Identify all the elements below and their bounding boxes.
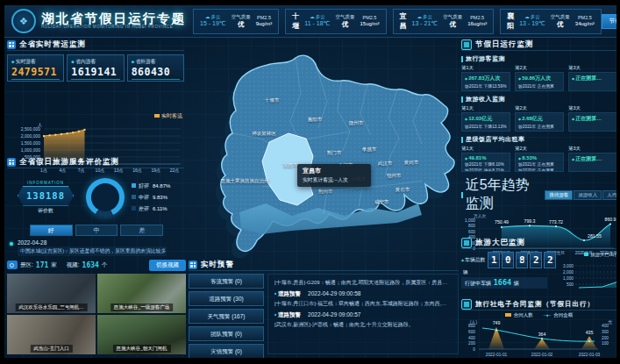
video-count: 1634 xyxy=(82,261,99,269)
warning-category-button[interactable]: 道路预警 (30) xyxy=(189,291,264,306)
stat-label: 省外游客 xyxy=(132,58,180,66)
page-subtitle: HOLIDAY OPERATION MONITORING IN HUBEI PR… xyxy=(41,25,186,30)
scenic-count: 171 xyxy=(36,261,48,269)
svg-text:0: 0 xyxy=(473,347,475,352)
warning-category-button[interactable]: 客流预警 (0) xyxy=(189,274,264,289)
section-label: 近5年趋势监测 xyxy=(466,176,543,213)
camera-icon xyxy=(7,261,18,269)
flip-digit: 1 xyxy=(488,252,500,268)
aqi-value: 优 xyxy=(342,20,349,28)
nav-button[interactable]: 节假日专题 xyxy=(602,14,616,29)
warning-category-button[interactable]: 灾情预警 (0) xyxy=(189,344,264,359)
svg-text:749: 749 xyxy=(493,320,501,325)
warning-text: [十堰市,丹江口市]-福三线：双向畅通；西向东,车城路附近路段；东向西,大浪沟桥… xyxy=(274,300,452,308)
weather-temp: 13 - 21℃ xyxy=(412,20,438,28)
bus-chart-block: 旅游大巴出行数量趋势 3,000 2,000 1,000 500 xyxy=(554,252,620,296)
contract-legend: 合同人数合同金额 xyxy=(461,312,616,318)
province-map[interactable]: 十堰市襄阳市随州市神农架林区荆门市孝感市宜昌市天门市武汉市黄冈市仙桃市鄂州市荆州… xyxy=(187,40,459,258)
x-axis-ticks: 2022-01-01 2022-01-02 2022-01-03 xyxy=(486,353,601,357)
warnings-body: 客流预警 (0)道路预警 (30)天气预警 (167)团队预警 (0)灾情预警 … xyxy=(189,274,459,359)
legend-row: 中评9.83% xyxy=(132,194,170,202)
day-compare-1: 较2021年 下降13.13% xyxy=(465,124,507,129)
panel-header: 旅行社电子合同监测（节假日出行） xyxy=(461,298,616,310)
day-compare-2: 较2020年 正在测算 xyxy=(518,130,560,132)
video-caption: 武当山-玄门入口 xyxy=(30,345,72,353)
video-thumbnail[interactable]: 武当山-玄门入口 xyxy=(7,315,96,354)
legend-row: 好评84.87% xyxy=(132,182,170,190)
page-title: 湖北省节假日运行专题 xyxy=(41,12,186,25)
hotel-days: 第1天 49.81% 较2021年 下降8.10% 较2020年 增长8.21%… xyxy=(461,146,616,172)
day-column: 第2天 59.86万人次 较2021年 正在测算 较2020年 正在测算 xyxy=(515,65,564,91)
day-value: 正在测算… xyxy=(572,115,614,123)
video-thumbnail[interactable]: 武汉欢乐谷水乐园_三号闸机… xyxy=(7,274,96,313)
weather-city: 宜昌 xyxy=(400,11,407,31)
day-column: 第2天 2.68亿元 较2021年 正在测算 较2020年 正在测算 xyxy=(515,105,564,132)
cloud-icon: ☁ xyxy=(417,14,423,19)
switch-video-button[interactable]: 切换视频 xyxy=(149,260,186,271)
weather-condition: ☁多云 xyxy=(310,14,325,20)
video-unit: 个 xyxy=(102,261,108,269)
rating-tab[interactable]: 差 xyxy=(120,225,163,236)
warning-type: 道路预警 xyxy=(278,290,301,296)
svg-text:2022-01-03: 2022-01-03 xyxy=(579,353,601,357)
svg-text:600: 600 xyxy=(468,330,475,334)
svg-text:1,000: 1,000 xyxy=(563,276,574,281)
day-column: 第1天 49.81% 较2021年 下降8.10% 较2020年 增长8.21% xyxy=(461,146,510,172)
comment-date: 2022-04-28 xyxy=(18,239,184,246)
pm25-label: PM2.5 xyxy=(578,15,592,21)
warning-category-button[interactable]: 团队预警 (0) xyxy=(189,326,264,341)
cloud-icon: ☁ xyxy=(310,14,315,19)
badge-caption: INFORMATION xyxy=(12,181,79,185)
contract-icon xyxy=(461,299,472,310)
day-value: 2.68亿元 xyxy=(518,115,560,123)
weather-condition: ☁多云 xyxy=(524,14,540,20)
svg-text:2,000,000: 2,000,000 xyxy=(21,133,40,139)
warning-item: 道路预警2022-04-29 09:00:57 [武汉市,新洲区]-沪蓉线：畅通… xyxy=(274,311,452,329)
video-thumbnail[interactable]: 恩施大峡谷_一级游客广场 xyxy=(97,274,186,313)
day-value: 59.86万人次 xyxy=(518,75,560,82)
trend-tab[interactable]: 旅游收入 xyxy=(574,190,602,200)
svg-text:200: 200 xyxy=(602,336,609,340)
rating-tab[interactable]: 中 xyxy=(75,225,118,236)
stat-value: 1619141 xyxy=(71,66,119,80)
day-label: 第3天 xyxy=(568,65,617,71)
section-trend: 近5年趋势监测 接待游客旅游收入人均消费 xyxy=(461,176,616,213)
cloud-icon: ☁ xyxy=(524,14,530,19)
map-city-label: 襄阳市 xyxy=(308,117,323,123)
day-card: 12.03亿元 较2021年 下降13.13% 较2020年 增长26.27% xyxy=(461,112,510,132)
grid-icon xyxy=(189,261,197,269)
day-label: 第2天 xyxy=(515,146,564,152)
day-label: 第2天 xyxy=(515,65,564,71)
weather-city: 襄阳 xyxy=(507,11,514,31)
day-card: 267.83万人次 较2021年 下降13.59% 较2020年 增长32.88… xyxy=(461,72,510,91)
aqi-label: 空气质量 xyxy=(551,14,570,20)
day-compare-2: 较2020年 增长8.21% xyxy=(465,168,507,172)
video-caption: 恩施大峡谷_一级游客广场 xyxy=(110,303,174,311)
panel-header: 全省实时营运监测 xyxy=(7,39,184,51)
pm25-value: 16ug/m³ xyxy=(467,21,487,28)
rating-tab[interactable]: 好 xyxy=(30,225,73,236)
warning-category-button[interactable]: 天气预警 (167) xyxy=(189,309,264,324)
day-value: 267.83万人次 xyxy=(465,75,507,82)
video-thumbnail[interactable]: 恩施大峡谷_朝天门闸机 xyxy=(97,315,186,354)
legend-swatch xyxy=(132,183,136,188)
pm25-label: PM2.5 xyxy=(363,15,377,21)
map-city-label: 恩施土家族苗族自治州 xyxy=(221,178,269,184)
contract-chart: (人) 元 800 600 400 200 0 400 300 200 100 xyxy=(461,318,616,359)
panel-title: 节假日运行监测 xyxy=(475,39,534,50)
y-axis-ticks: 3,000 2,000 1,000 500 xyxy=(563,264,574,287)
day-compare-1: 较2021年 正在测算 xyxy=(518,83,560,89)
panel-header: 节假日运行监测 xyxy=(461,39,616,51)
dashboard-screen: ❖ 湖北省节假日运行专题 HOLIDAY OPERATION MONITORIN… xyxy=(0,0,620,364)
stat-value: 860430 xyxy=(132,66,180,80)
legend-row: 差评6.11% xyxy=(132,205,170,213)
svg-text:200: 200 xyxy=(468,341,475,346)
weather-condition: ☁多云 xyxy=(205,14,221,20)
flip-digit: 2 xyxy=(530,252,542,268)
trend-tab[interactable]: 接待游客 xyxy=(545,190,573,200)
trend-tab[interactable]: 人均消费 xyxy=(602,190,616,200)
aqi-label: 空气质量 xyxy=(335,14,354,20)
tooltip-title: 宜昌市 xyxy=(303,167,366,175)
frame-bar xyxy=(0,0,620,5)
weather-strip: ☁多云 15 - 19℃ 空气质量 优 PM2.5 9ug/m³ 十堰 ☁多云 xyxy=(193,9,602,34)
